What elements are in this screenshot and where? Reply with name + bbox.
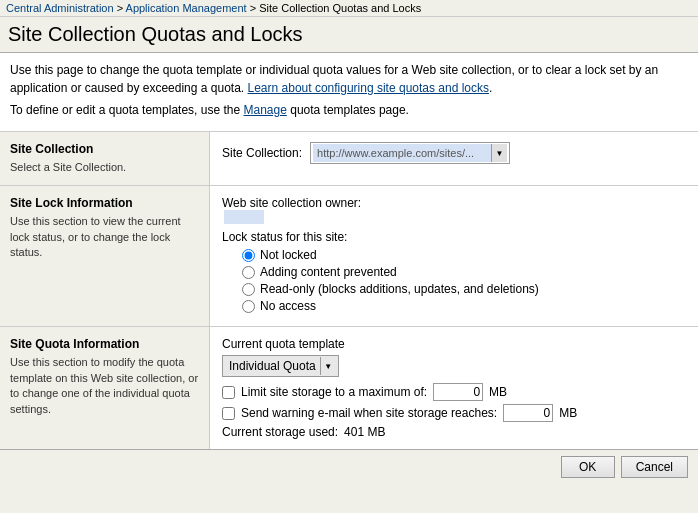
- description-line2: To define or edit a quota templates, use…: [10, 101, 688, 119]
- site-collection-dropdown-text: http://www.example.com/sites/...: [313, 144, 491, 162]
- site-collection-content: Site Collection: http://www.example.com/…: [210, 132, 698, 185]
- warning-storage-checkbox[interactable]: [222, 407, 235, 420]
- chevron-down-icon: ▼: [491, 144, 507, 162]
- limit-storage-checkbox[interactable]: [222, 386, 235, 399]
- radio-read-only: Read-only (blocks additions, updates, an…: [242, 282, 686, 296]
- lock-status-label: Lock status for this site:: [222, 230, 686, 244]
- limit-storage-unit: MB: [489, 385, 507, 399]
- owner-value: [224, 210, 264, 224]
- learn-more-link[interactable]: Learn about configuring site quotas and …: [248, 81, 490, 95]
- quota-template-label: Current quota template: [222, 337, 686, 351]
- description-area: Use this page to change the quota templa…: [0, 53, 698, 132]
- warning-storage-row: Send warning e-mail when site storage re…: [222, 404, 686, 422]
- radio-adding-content-input[interactable]: [242, 266, 255, 279]
- ok-button[interactable]: OK: [561, 456, 615, 478]
- site-collection-desc: Select a Site Collection.: [10, 160, 199, 175]
- radio-read-only-label: Read-only (blocks additions, updates, an…: [260, 282, 539, 296]
- breadcrumb-current: Site Collection Quotas and Locks: [259, 2, 421, 14]
- current-storage-label: Current storage used:: [222, 425, 338, 439]
- radio-not-locked: Not locked: [242, 248, 686, 262]
- page-title: Site Collection Quotas and Locks: [8, 23, 690, 46]
- radio-no-access-label: No access: [260, 299, 316, 313]
- radio-not-locked-label: Not locked: [260, 248, 317, 262]
- manage-templates-link[interactable]: Manage: [243, 103, 286, 117]
- radio-adding-content-label: Adding content prevented: [260, 265, 397, 279]
- radio-no-access: No access: [242, 299, 686, 313]
- breadcrumb-app-management[interactable]: Application Management: [126, 2, 247, 14]
- site-lock-title: Site Lock Information: [10, 196, 199, 210]
- site-collection-title: Site Collection: [10, 142, 199, 156]
- quota-template-dropdown-text: Individual Quota: [225, 359, 320, 373]
- site-lock-label-panel: Site Lock Information Use this section t…: [0, 186, 210, 326]
- quota-chevron-down-icon: ▼: [320, 357, 336, 375]
- radio-adding-content: Adding content prevented: [242, 265, 686, 279]
- radio-not-locked-input[interactable]: [242, 249, 255, 262]
- limit-storage-row: Limit site storage to a maximum of: MB: [222, 383, 686, 401]
- lock-radio-group: Not locked Adding content prevented Read…: [222, 248, 686, 313]
- site-quota-content: Current quota template Individual Quota …: [210, 327, 698, 449]
- site-quota-label-panel: Site Quota Information Use this section …: [0, 327, 210, 449]
- form-area: Site Collection Select a Site Collection…: [0, 132, 698, 449]
- warning-storage-unit: MB: [559, 406, 577, 420]
- limit-storage-input[interactable]: [433, 383, 483, 401]
- breadcrumb: Central Administration > Application Man…: [0, 0, 698, 17]
- cancel-button[interactable]: Cancel: [621, 456, 688, 478]
- limit-storage-label: Limit site storage to a maximum of:: [241, 385, 427, 399]
- site-collection-section: Site Collection Select a Site Collection…: [0, 132, 698, 186]
- site-collection-row: Site Collection: http://www.example.com/…: [222, 142, 686, 164]
- footer-bar: OK Cancel: [0, 449, 698, 484]
- current-storage-row: Current storage used: 401 MB: [222, 425, 686, 439]
- quota-template-dropdown[interactable]: Individual Quota ▼: [222, 355, 339, 377]
- site-collection-field-label: Site Collection:: [222, 146, 302, 160]
- warning-storage-label: Send warning e-mail when site storage re…: [241, 406, 497, 420]
- owner-row: Web site collection owner:: [222, 196, 686, 224]
- description-line1: Use this page to change the quota templa…: [10, 61, 688, 97]
- radio-read-only-input[interactable]: [242, 283, 255, 296]
- site-lock-desc: Use this section to view the current loc…: [10, 214, 199, 260]
- site-quota-section: Site Quota Information Use this section …: [0, 327, 698, 449]
- site-collection-dropdown[interactable]: http://www.example.com/sites/... ▼: [310, 142, 510, 164]
- current-storage-value: 401 MB: [344, 425, 385, 439]
- site-collection-label-panel: Site Collection Select a Site Collection…: [0, 132, 210, 185]
- page-title-bar: Site Collection Quotas and Locks: [0, 17, 698, 53]
- radio-no-access-input[interactable]: [242, 300, 255, 313]
- owner-label: Web site collection owner:: [222, 196, 361, 210]
- site-lock-content: Web site collection owner: Lock status f…: [210, 186, 698, 326]
- site-quota-desc: Use this section to modify the quota tem…: [10, 355, 199, 417]
- warning-storage-input[interactable]: [503, 404, 553, 422]
- breadcrumb-central-admin[interactable]: Central Administration: [6, 2, 114, 14]
- site-quota-title: Site Quota Information: [10, 337, 199, 351]
- site-lock-section: Site Lock Information Use this section t…: [0, 186, 698, 327]
